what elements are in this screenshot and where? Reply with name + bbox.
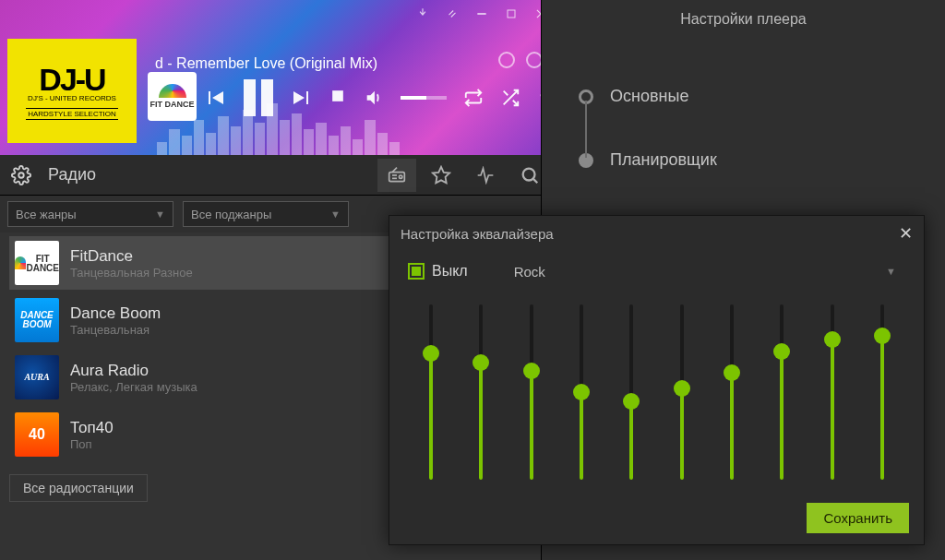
preset-select[interactable]: Rock ▼ — [505, 258, 905, 284]
eq-band-slider[interactable] — [562, 304, 601, 496]
station-thumb: 40 — [15, 412, 59, 457]
equalizer-dialog: Настройка эквалайзера ✕ Выкл Rock ▼ Сохр… — [389, 215, 925, 545]
stop-button[interactable] — [329, 87, 347, 109]
dialog-title: Настройка эквалайзера — [401, 226, 554, 242]
maximize-icon[interactable] — [505, 7, 518, 20]
track-title: d - Remember Love (Original Mix) — [155, 55, 377, 72]
volume-icon[interactable] — [364, 88, 384, 108]
eq-band-slider[interactable] — [461, 304, 500, 496]
svg-point-7 — [400, 175, 402, 178]
checkbox-icon — [408, 263, 425, 280]
eq-band-slider[interactable] — [512, 304, 551, 496]
settings-option-label: Основные — [610, 87, 688, 106]
pin-icon[interactable] — [416, 7, 429, 20]
section-tab[interactable]: Радио — [41, 165, 372, 185]
save-button[interactable]: Сохранить — [807, 503, 909, 533]
station-genre: Танцевальная — [70, 323, 161, 337]
preset-value: Rock — [514, 264, 545, 280]
cover-small-label: FIT DANCE — [150, 100, 195, 109]
header-badges — [498, 52, 543, 68]
station-name: FitDance — [70, 247, 193, 266]
eq-band-slider[interactable] — [762, 304, 801, 496]
equalizer-top-row: Выкл Rock ▼ — [389, 251, 924, 284]
eq-band-slider[interactable] — [412, 304, 450, 496]
eq-band-slider[interactable] — [663, 304, 701, 496]
prev-button[interactable] — [205, 87, 227, 109]
eq-band-slider[interactable] — [612, 304, 651, 496]
svg-marker-11 — [433, 166, 449, 182]
genre-select[interactable]: Все жанры ▼ — [7, 201, 173, 227]
equalizer-tab-icon[interactable] — [466, 159, 505, 192]
volume-slider[interactable] — [401, 96, 447, 100]
subgenre-select[interactable]: Все поджанры ▼ — [183, 201, 349, 227]
favorite-icon[interactable] — [422, 159, 461, 192]
badge-icon[interactable] — [498, 52, 515, 68]
album-cover-small: FIT DANCE — [148, 72, 197, 121]
station-genre: Релакс, Легкая музыка — [70, 380, 197, 394]
svg-point-12 — [523, 168, 535, 180]
settings-options: Основные Планировщик — [542, 65, 945, 192]
eq-band-slider[interactable] — [863, 304, 902, 496]
station-name: Топ40 — [70, 419, 114, 437]
album-cover-large: DJ-U DJ'S - UNITED RECORDS HARDSTYLE SEL… — [7, 39, 137, 143]
eq-sliders — [389, 284, 924, 496]
svg-rect-4 — [332, 90, 343, 101]
all-stations-tab[interactable]: Все радиостанции — [9, 474, 148, 502]
cover-title: DJ-U — [39, 62, 104, 98]
station-thumb: DANCEBOOM — [15, 298, 59, 342]
minimize-icon[interactable] — [475, 7, 488, 20]
toolbar: Радио — [0, 155, 556, 196]
tools-icon[interactable] — [446, 7, 459, 20]
next-button[interactable] — [290, 87, 312, 109]
player-header: DJ-U DJ'S - UNITED RECORDS HARDSTYLE SEL… — [0, 0, 556, 155]
chevron-down-icon: ▼ — [330, 209, 341, 220]
subgenre-select-value: Все поджанры — [191, 208, 271, 221]
station-name: Dance Boom — [70, 304, 161, 323]
station-genre: Поп — [70, 437, 114, 451]
eq-toggle-label: Выкл — [432, 263, 468, 280]
eq-band-slider[interactable] — [712, 304, 751, 496]
gear-icon[interactable] — [7, 161, 35, 189]
station-thumb: FITDANCE — [15, 241, 59, 285]
transport-controls: MQ — [205, 79, 556, 116]
cover-tag: HARDSTYLE SELECTION — [26, 108, 118, 120]
svg-rect-1 — [508, 10, 515, 18]
shuffle-button[interactable] — [500, 88, 520, 108]
pause-button[interactable] — [244, 79, 273, 116]
settings-option-scheduler[interactable]: Планировщик — [579, 128, 945, 192]
chevron-down-icon: ▼ — [886, 266, 896, 277]
dialog-header: Настройка эквалайзера ✕ — [389, 216, 924, 251]
station-thumb: AURA — [15, 355, 59, 399]
eq-band-slider[interactable] — [813, 304, 852, 496]
station-name: Aura Radio — [70, 362, 197, 380]
chevron-down-icon: ▼ — [155, 209, 165, 220]
svg-point-5 — [18, 173, 24, 178]
settings-option-main[interactable]: Основные — [579, 65, 945, 128]
window-controls — [416, 7, 547, 20]
close-icon[interactable]: ✕ — [899, 223, 913, 244]
station-genre: Танцевальная Разное — [70, 266, 193, 280]
settings-option-label: Планировщик — [610, 150, 717, 170]
repeat-button[interactable] — [463, 88, 484, 108]
svg-line-13 — [533, 178, 538, 183]
radio-dot-icon — [579, 153, 593, 168]
genre-select-value: Все жанры — [16, 208, 77, 221]
cover-subtitle: DJ'S - UNITED RECORDS — [28, 94, 116, 102]
eq-toggle[interactable]: Выкл — [408, 263, 468, 280]
settings-title: Настройки плеера — [542, 0, 945, 65]
radio-icon[interactable] — [377, 159, 416, 192]
